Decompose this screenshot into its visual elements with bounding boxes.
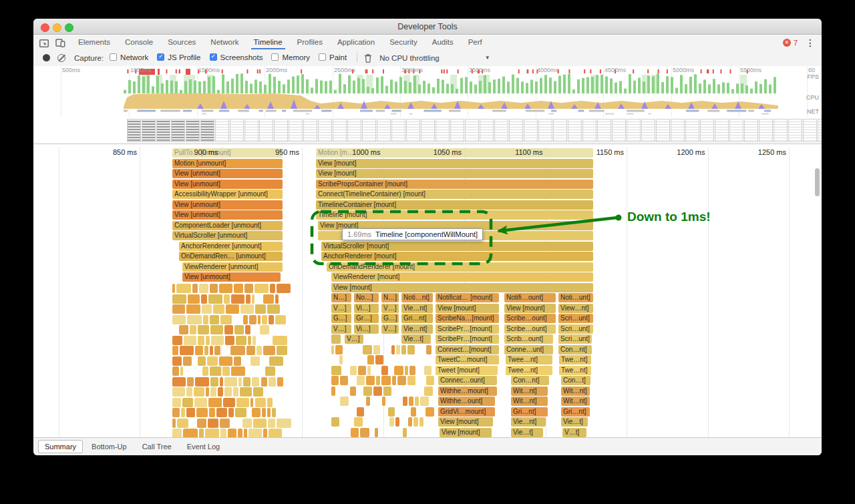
detail-tab-call-tree[interactable]: Call Tree <box>136 440 178 453</box>
flame-bar[interactable]: View [unmount] <box>172 169 283 178</box>
screenshot-thumbnail[interactable] <box>494 119 508 142</box>
screenshot-thumbnail[interactable] <box>612 119 626 142</box>
flame-bar[interactable]: Withhe…ount] <box>438 397 495 406</box>
flame-bar[interactable]: V…] <box>381 304 399 313</box>
flame-bar[interactable]: G…] <box>331 314 351 323</box>
flame-bar-small[interactable] <box>331 387 335 396</box>
capture-option-screenshots[interactable]: Screenshots <box>210 53 263 61</box>
flame-bar-small[interactable] <box>183 356 191 366</box>
flame-bar-small[interactable] <box>262 315 267 324</box>
flame-bar-small[interactable] <box>252 408 261 417</box>
console-error-badge[interactable]: ✕ 7 <box>783 39 798 47</box>
flame-bar-small[interactable] <box>408 417 412 427</box>
screenshot-thumbnail[interactable] <box>538 119 552 142</box>
flame-bar-small[interactable] <box>331 376 339 385</box>
screenshot-thumbnail[interactable] <box>803 119 817 142</box>
flame-bar-small[interactable] <box>401 345 406 354</box>
screenshot-thumbnail[interactable] <box>377 119 391 142</box>
flame-bar-small[interactable] <box>172 387 185 397</box>
flame-bar-small[interactable] <box>224 325 233 334</box>
flame-bar-small[interactable] <box>204 346 208 355</box>
tab-audits[interactable]: Audits <box>425 35 461 49</box>
flame-bar[interactable]: Wit…nt] <box>511 397 548 406</box>
flame-bar-small[interactable] <box>198 325 209 334</box>
flame-bar-small[interactable] <box>407 376 415 385</box>
flame-bar-small[interactable] <box>172 336 182 345</box>
flame-bar-small[interactable] <box>226 304 239 314</box>
screenshot-thumbnail[interactable] <box>186 119 200 142</box>
flame-bar-small[interactable] <box>244 284 253 293</box>
tab-profiles[interactable]: Profiles <box>290 35 330 49</box>
flame-bar-small[interactable] <box>426 345 432 354</box>
flame-bar[interactable]: View [mount] <box>331 283 593 292</box>
flame-bar-small[interactable] <box>397 376 406 385</box>
flame-bar[interactable]: View [mount] <box>438 417 493 427</box>
record-button[interactable] <box>43 54 50 61</box>
flame-bar[interactable]: Wit…nt] <box>511 387 548 396</box>
flame-bar-small[interactable] <box>223 398 235 407</box>
flame-bar-small[interactable] <box>244 429 247 437</box>
flame-bar-small[interactable] <box>354 417 362 427</box>
more-options-icon[interactable]: ⋮ <box>806 37 815 48</box>
flame-bar-small[interactable] <box>262 408 266 417</box>
flame-bar[interactable]: View [unmount] <box>172 180 283 189</box>
flame-bar[interactable]: OnDemandRenderer [mount] <box>327 262 593 272</box>
flame-bar-small[interactable] <box>409 366 416 375</box>
flame-bar[interactable]: Gr…] <box>354 314 379 323</box>
flame-bar-small[interactable] <box>236 336 246 345</box>
flame-bar-small[interactable] <box>238 377 242 387</box>
flame-bar[interactable]: ViewRenderer [mount] <box>331 272 593 282</box>
flame-bar-small[interactable] <box>363 387 372 396</box>
flame-bar-small[interactable] <box>381 376 391 385</box>
screenshot-thumbnail[interactable] <box>627 119 641 142</box>
screenshot-thumbnail[interactable] <box>568 119 582 142</box>
screenshot-thumbnail[interactable] <box>553 119 567 142</box>
flame-bar-small[interactable] <box>267 398 273 407</box>
flame-bar[interactable]: Timeline [mount] <box>316 210 593 220</box>
garbage-collect-icon[interactable] <box>364 53 372 63</box>
flame-chart[interactable]: PullTo… [unmount]Motion [unmount]View [u… <box>33 147 822 437</box>
flame-bar-small[interactable] <box>396 345 400 354</box>
flame-bar-small[interactable] <box>250 398 254 407</box>
flame-bar[interactable]: No…] <box>354 293 379 302</box>
flame-bar-small[interactable] <box>180 366 183 376</box>
timeline-overview[interactable]: FPS CPU NET 500ms1000ms1500ms2000ms2500m… <box>33 66 822 117</box>
flame-bar-small[interactable] <box>198 336 204 345</box>
flame-bar-small[interactable] <box>172 315 186 324</box>
flame-bar-small[interactable] <box>277 346 287 355</box>
screenshot-thumbnail[interactable] <box>729 119 743 142</box>
flame-bar-small[interactable] <box>201 294 208 304</box>
flame-bar-small[interactable] <box>376 376 380 385</box>
flame-bar-small[interactable] <box>357 376 364 385</box>
flame-bar-small[interactable] <box>419 417 423 427</box>
flame-bar-small[interactable] <box>405 366 408 375</box>
screenshot-thumbnail[interactable] <box>700 119 714 142</box>
flame-bar-small[interactable] <box>269 377 276 387</box>
flame-bar-small[interactable] <box>206 387 209 397</box>
flame-bar-small[interactable] <box>275 315 287 324</box>
flame-bar[interactable]: View [mount] <box>440 428 492 437</box>
flame-bar-small[interactable] <box>172 419 176 428</box>
capture-option-paint[interactable]: Paint <box>319 53 347 61</box>
flame-bar-small[interactable] <box>254 284 269 293</box>
flame-bar-small[interactable] <box>367 355 374 364</box>
flame-bar[interactable]: Gri…nt] <box>561 407 590 417</box>
capture-option-memory[interactable]: Memory <box>271 53 310 61</box>
flame-bar[interactable]: V…] <box>345 334 363 344</box>
flame-bar[interactable]: Scri…unt] <box>558 334 592 344</box>
flame-bar-small[interactable] <box>224 387 232 397</box>
flame-bar-small[interactable] <box>381 366 388 375</box>
flame-bar-small[interactable] <box>367 366 371 375</box>
flame-bar-small[interactable] <box>403 397 407 406</box>
flame-bar-small[interactable] <box>186 304 200 314</box>
flame-bar[interactable]: AccessibilityWrapper [unmount] <box>172 190 283 199</box>
flame-bar-small[interactable] <box>182 398 192 407</box>
flame-bar-small[interactable] <box>269 429 281 437</box>
screenshot-thumbnail[interactable] <box>156 119 170 142</box>
flame-bar-small[interactable] <box>172 304 185 314</box>
flame-bar-small[interactable] <box>195 346 203 355</box>
flame-bar-small[interactable] <box>269 315 273 324</box>
flame-bar-small[interactable] <box>224 377 237 387</box>
flame-bar-small[interactable] <box>331 366 341 375</box>
tab-sources[interactable]: Sources <box>160 35 203 49</box>
